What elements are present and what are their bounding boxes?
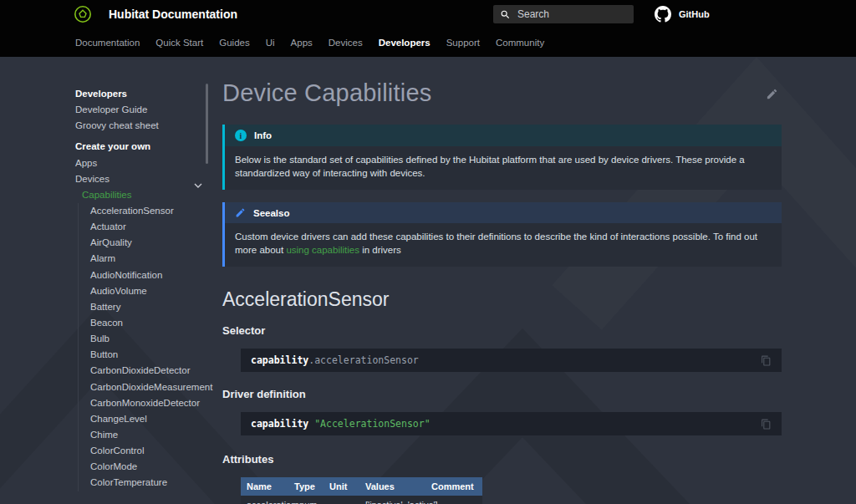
search-input[interactable]	[517, 8, 618, 20]
sidebar-capability-item[interactable]: CarbonMonoxideDetector	[79, 395, 207, 411]
sidebar-capability-item[interactable]: AirQuality	[79, 235, 207, 251]
nav-tab[interactable]: Documentation	[75, 38, 140, 48]
using-capabilities-link[interactable]: using capabilities	[286, 245, 359, 255]
admonition-seealso-title-text: Seealso	[253, 208, 289, 218]
code-keyword: capability	[251, 418, 314, 430]
copy-button[interactable]	[761, 419, 772, 430]
nav-tab[interactable]: Community	[496, 38, 544, 48]
attributes-label: Attributes	[222, 453, 782, 466]
admonition-seealso-title: Seealso	[225, 202, 782, 223]
driver-definition-code-block: capability "AccelerationSensor"	[241, 412, 782, 435]
table-cell-values: ['inactive', 'active']	[359, 496, 425, 504]
hubitat-logo-icon[interactable]	[74, 5, 92, 23]
sidebar-capability-item[interactable]: Button	[79, 347, 207, 363]
section-heading-accelerationsensor: AccelerationSensor	[222, 288, 782, 311]
attributes-table-header-row: NameTypeUnitValuesComment	[241, 477, 482, 496]
main-content: Device Capabilities i Info Below is the …	[222, 79, 782, 504]
sidebar-capability-item[interactable]: Battery	[79, 299, 207, 315]
sidebar-capability-item[interactable]: CarbonDioxideDetector	[79, 363, 207, 379]
sidebar-section-developers: Developers	[75, 86, 207, 102]
nav-tab[interactable]: Apps	[291, 38, 313, 48]
admonition-info-body: Below is the standard set of capabilitie…	[225, 146, 782, 190]
sidebar-capability-item[interactable]: Actuator	[79, 219, 207, 235]
sidebar-capability-item[interactable]: ChangeLevel	[79, 411, 207, 427]
page-title: Device Capabilities	[222, 79, 431, 107]
sidebar-capability-item[interactable]: AudioVolume	[79, 283, 207, 299]
nav-tab[interactable]: Ui	[266, 38, 275, 48]
sidebar-item-devices[interactable]: Devices	[75, 171, 207, 187]
selector-code: capability.accelerationSensor	[251, 354, 419, 366]
selector-code-block: capability.accelerationSensor	[241, 349, 782, 372]
admonition-seealso-body: Custom device drivers can add these capa…	[225, 223, 782, 267]
github-link[interactable]: GitHub	[655, 0, 710, 28]
search-box[interactable]	[493, 5, 634, 23]
sidebar-capability-item[interactable]: ColorMode	[79, 459, 207, 475]
search-icon	[500, 9, 511, 20]
attributes-table-body: acceleration enum ['inactive', 'active']	[241, 496, 482, 504]
table-header-cell: Name	[241, 477, 288, 496]
nav-tab[interactable]: Quick Start	[155, 38, 203, 48]
code-keyword: capability	[251, 354, 308, 366]
sidebar-nav: Developers Developer Guide Groovy cheat …	[75, 86, 207, 491]
table-cell-unit	[324, 496, 359, 504]
table-header-cell: Unit	[324, 477, 359, 496]
nav-tab[interactable]: Guides	[219, 38, 249, 48]
sidebar-capability-item[interactable]: AccelerationSensor	[79, 203, 207, 219]
table-header-cell: Values	[359, 477, 425, 496]
sidebar-item-groovy-cheat-sheet[interactable]: Groovy cheat sheet	[75, 118, 207, 134]
sidebar-section-create-your-own: Create your own	[75, 139, 207, 155]
nav-tab[interactable]: Developers	[379, 38, 431, 48]
nav-tab[interactable]: Support	[446, 38, 480, 48]
github-icon	[655, 6, 671, 23]
sidebar-item-capabilities[interactable]: Capabilities	[75, 187, 207, 203]
sidebar-capability-item[interactable]: Alarm	[79, 251, 207, 267]
driver-definition-label: Driver definition	[222, 388, 782, 400]
sidebar-capability-item[interactable]: AudioNotification	[79, 267, 207, 283]
sidebar-capability-item[interactable]: CarbonDioxideMeasurement	[79, 379, 207, 395]
sidebar-capabilities-list: AccelerationSensor Actuator AirQuality A…	[78, 203, 207, 491]
sidebar-capability-item[interactable]: Beacon	[79, 315, 207, 331]
code-rest: .accelerationSensor	[308, 354, 419, 366]
edit-page-icon[interactable]	[766, 88, 778, 104]
app-window: Hubitat Documentation GitHub Documentati…	[0, 0, 856, 504]
site-title: Hubitat Documentation	[109, 0, 237, 28]
sidebar-scrollbar[interactable]	[206, 84, 208, 164]
code-string: "AccelerationSensor"	[314, 418, 430, 430]
info-icon: i	[235, 130, 247, 141]
sidebar-item-developer-guide[interactable]: Developer Guide	[75, 102, 207, 118]
table-header-cell: Type	[288, 477, 324, 496]
sidebar-item-devices-label: Devices	[75, 174, 110, 184]
nav-tabs: Documentation Quick Start Guides Ui Apps…	[0, 28, 856, 57]
table-row: acceleration enum ['inactive', 'active']	[241, 496, 482, 504]
attributes-table: NameTypeUnitValuesComment acceleration e…	[241, 477, 482, 504]
copy-button[interactable]	[761, 355, 772, 366]
table-cell-name: acceleration	[241, 496, 288, 504]
top-header: Hubitat Documentation GitHub	[0, 0, 856, 28]
admonition-info: i Info Below is the standard set of capa…	[222, 125, 782, 190]
sidebar-capability-item[interactable]: ColorTemperature	[79, 475, 207, 491]
sidebar-capability-item[interactable]: Bulb	[79, 331, 207, 347]
admonition-info-title: i Info	[225, 125, 782, 146]
admonition-seealso: Seealso Custom device drivers can add th…	[222, 202, 782, 267]
github-label: GitHub	[679, 9, 710, 19]
sidebar-capability-item[interactable]: Chime	[79, 427, 207, 443]
seealso-text-end: in drivers	[359, 245, 401, 255]
table-cell-type: enum	[288, 496, 324, 504]
driver-code: capability "AccelerationSensor"	[251, 418, 431, 430]
admonition-info-title-text: Info	[254, 130, 272, 140]
table-header-cell: Comment	[425, 477, 482, 496]
sidebar-item-apps[interactable]: Apps	[75, 155, 207, 171]
nav-tab[interactable]: Devices	[329, 38, 363, 48]
selector-label: Selector	[222, 324, 782, 337]
sidebar-capability-item[interactable]: ColorControl	[79, 443, 207, 459]
pencil-icon	[235, 207, 246, 218]
